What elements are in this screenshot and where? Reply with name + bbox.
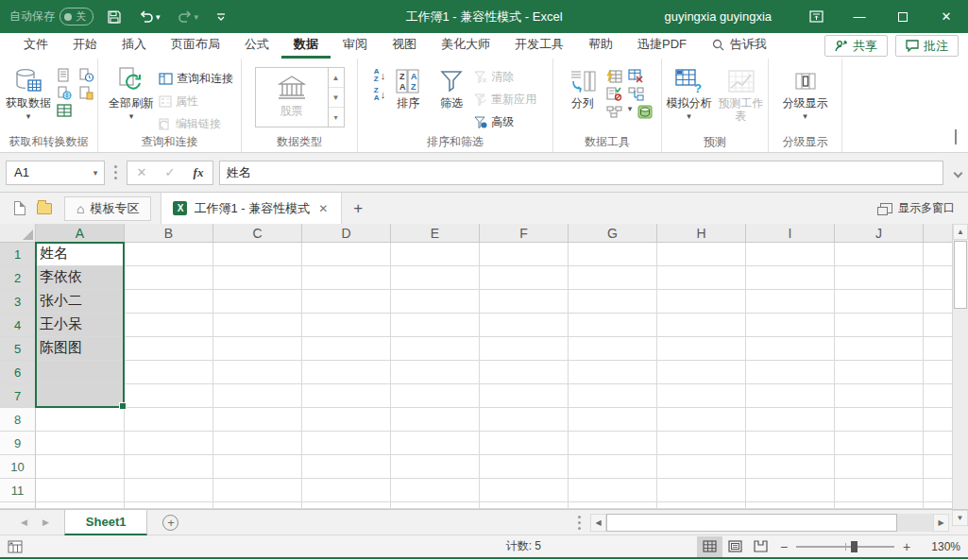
row-header-11[interactable]: 11 [0,479,36,502]
gallery-more-icon[interactable]: ▾ [329,108,344,127]
cell-C4[interactable] [213,314,302,337]
column-header-B[interactable]: B [125,224,213,243]
cell-I5[interactable] [746,337,835,361]
cell-H6[interactable] [657,361,746,384]
close-tab-icon[interactable]: ✕ [316,202,330,215]
redo-dropdown-icon[interactable]: ▾ [195,12,199,22]
stocks-data-type[interactable]: 股票 [256,68,328,127]
gallery-up-icon[interactable]: ▲ [329,68,344,88]
cell-C12[interactable] [213,502,302,509]
new-tab-button[interactable]: + [342,199,374,218]
column-header-A[interactable]: A [36,224,125,243]
row-header-9[interactable]: 9 [0,432,36,455]
horizontal-scroll-thumb[interactable] [606,514,897,532]
cell-A1[interactable]: 姓名 [36,243,125,266]
row-header-1[interactable]: 1 [0,243,36,266]
cell-D6[interactable] [302,361,391,384]
ribbon-tab-迅捷PDF[interactable]: 迅捷PDF [625,31,699,59]
cell-J4[interactable] [835,314,924,337]
flash-fill-icon[interactable] [606,68,623,83]
clear-filter-button[interactable]: 清除 [474,67,536,86]
cell-D8[interactable] [302,408,391,432]
ribbon-tab-数据[interactable]: 数据 [281,31,331,59]
cell-J1[interactable] [835,243,924,266]
row-header-7[interactable]: 7 [0,384,36,408]
ribbon-tab-美化大师[interactable]: 美化大师 [429,31,502,59]
column-header-G[interactable]: G [569,224,657,243]
cell-B8[interactable] [125,408,213,432]
cell-B11[interactable] [125,479,213,502]
queries-connections-button[interactable]: 查询和连接 [159,69,233,88]
cell-J2[interactable] [835,266,924,290]
cell-I10[interactable] [746,455,835,479]
vertical-scroll-thumb[interactable] [954,241,967,309]
cell-F5[interactable] [480,337,569,361]
tell-me-box[interactable]: 告诉我 [712,36,767,59]
template-zone-tab[interactable]: ⌂ 模板专区 [64,196,151,221]
maximize-button[interactable] [881,0,925,33]
cell-I2[interactable] [746,266,835,290]
cell-D11[interactable] [302,479,391,502]
cell-E8[interactable] [391,408,480,432]
existing-connections-icon[interactable] [77,85,94,100]
ribbon-display-options-button[interactable] [794,0,838,33]
cell-G2[interactable] [569,266,657,290]
cell-E4[interactable] [391,314,480,337]
outline-button[interactable]: 分级显示 ▾ [776,63,835,123]
cell-F12[interactable] [480,502,569,509]
autosave-toggle[interactable]: 自动保存 关 [9,8,93,25]
reapply-filter-button[interactable]: 重新应用 [474,90,536,109]
cell-C11[interactable] [213,479,302,502]
ribbon-tab-公式[interactable]: 公式 [232,31,281,59]
cell-F4[interactable] [480,314,569,337]
cell-G7[interactable] [569,384,657,408]
column-header-D[interactable]: D [302,224,391,243]
cell-B5[interactable] [125,337,213,361]
cell-B7[interactable] [125,384,213,408]
undo-dropdown-icon[interactable]: ▾ [156,12,161,22]
ribbon-tab-开发工具[interactable]: 开发工具 [502,31,576,59]
redo-button[interactable]: ▾ [174,5,203,29]
row-header-10[interactable]: 10 [0,455,36,479]
cell-A8[interactable] [36,408,125,432]
cell-D7[interactable] [302,384,391,408]
cell-E7[interactable] [391,384,480,408]
cell-D5[interactable] [302,337,391,361]
row-header-5[interactable]: 5 [0,337,36,361]
zoom-slider-thumb[interactable] [851,541,858,552]
cell-A2[interactable]: 李依依 [36,266,125,290]
vertical-scrollbar[interactable]: ▲ [952,224,968,509]
scroll-right-icon[interactable]: ▶ [933,514,949,532]
cell-H5[interactable] [657,337,746,361]
cell-A7[interactable] [36,384,125,408]
cell-E11[interactable] [391,479,480,502]
page-layout-view-button[interactable] [722,536,748,557]
add-sheet-button[interactable]: + [162,515,178,531]
cell-A11[interactable] [36,479,125,502]
share-button[interactable]: 共享 [824,35,888,57]
cell-E5[interactable] [391,337,480,361]
scroll-up-icon[interactable]: ▲ [953,224,968,240]
cell-I6[interactable] [746,361,835,384]
remove-duplicates-icon[interactable] [628,68,645,83]
cell-F11[interactable] [480,479,569,502]
cell-B6[interactable] [125,361,213,384]
cell-D1[interactable] [302,243,391,266]
cell-H8[interactable] [657,408,746,432]
insert-function-icon[interactable]: fx [184,165,212,180]
cell-E3[interactable] [391,290,480,314]
cell-E12[interactable] [391,502,480,509]
cell-B2[interactable] [125,266,213,290]
close-button[interactable]: ✕ [925,0,968,33]
sort-descending-button[interactable]: ZA↓ [374,87,385,102]
cell-H2[interactable] [657,266,746,290]
cell-J12[interactable] [835,502,924,509]
cell-F8[interactable] [480,408,569,432]
confirm-entry-icon[interactable]: ✓ [156,165,184,179]
ribbon-tab-视图[interactable]: 视图 [380,31,429,59]
cell-I12[interactable] [746,502,835,509]
cell-J7[interactable] [835,384,924,408]
scroll-left-icon[interactable]: ◀ [590,514,606,532]
cell-B12[interactable] [125,502,213,509]
cell-I4[interactable] [746,314,835,337]
